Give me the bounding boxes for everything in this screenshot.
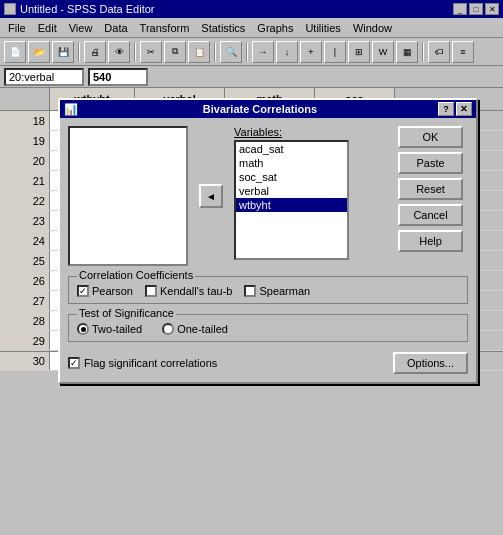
spearman-checkbox-item[interactable]: Spearman: [244, 285, 310, 297]
row-num-header: [0, 88, 50, 110]
correlation-coefficients-group: Correlation Coefficients ✓ Pearson Kenda…: [68, 276, 468, 304]
print-button[interactable]: 🖨: [84, 41, 106, 63]
app-icon: [4, 3, 16, 15]
help-button[interactable]: Help: [398, 230, 463, 252]
window-title: Untitled - SPSS Data Editor: [20, 3, 155, 15]
spearman-label: Spearman: [259, 285, 310, 297]
goto-var-button[interactable]: ↓: [276, 41, 298, 63]
flag-checkbox[interactable]: ✓: [68, 357, 80, 369]
cut-button[interactable]: ✂: [140, 41, 162, 63]
menu-statistics[interactable]: Statistics: [195, 20, 251, 36]
menu-view[interactable]: View: [63, 20, 99, 36]
toolbar: 📄 📂 💾 🖨 👁 ✂ ⧉ 📋 🔍 → ↓ + | ⊞ W ▦ 🏷 ≡: [0, 38, 503, 66]
one-tailed-label: One-tailed: [177, 323, 228, 335]
menu-window[interactable]: Window: [347, 20, 398, 36]
data-grid: wtbyht verbal math aca 18 19 20 21: [0, 88, 503, 458]
var-item-acad-sat[interactable]: acad_sat: [236, 142, 347, 156]
value-labels-button[interactable]: 🏷: [428, 41, 450, 63]
move-arrow-button[interactable]: ◄: [199, 184, 223, 208]
pearson-checkbox-item[interactable]: ✓ Pearson: [77, 285, 133, 297]
reset-button[interactable]: Reset: [398, 178, 463, 200]
insert-case-button[interactable]: +: [300, 41, 322, 63]
dialog-help-icon[interactable]: ?: [438, 102, 454, 116]
significance-group-label: Test of Significance: [77, 307, 176, 319]
print-preview-button[interactable]: 👁: [108, 41, 130, 63]
menu-transform[interactable]: Transform: [134, 20, 196, 36]
bivariate-correlations-dialog: 📊 Bivariate Correlations ? ✕ ◄ Variables…: [58, 98, 478, 384]
select-cases-button[interactable]: ▦: [396, 41, 418, 63]
split-file-button[interactable]: ⊞: [348, 41, 370, 63]
close-button[interactable]: ✕: [485, 3, 499, 15]
minimize-button[interactable]: _: [453, 3, 467, 15]
paste-toolbar-button[interactable]: 📋: [188, 41, 210, 63]
copy-button[interactable]: ⧉: [164, 41, 186, 63]
kendalls-checkbox-item[interactable]: Kendall's tau-b: [145, 285, 232, 297]
spearman-checkbox[interactable]: [244, 285, 256, 297]
var-item-soc-sat[interactable]: soc_sat: [236, 170, 347, 184]
row-num: 30: [0, 352, 50, 370]
menu-edit[interactable]: Edit: [32, 20, 63, 36]
options-button[interactable]: Options...: [393, 352, 468, 374]
weight-cases-button[interactable]: W: [372, 41, 394, 63]
maximize-button[interactable]: □: [469, 3, 483, 15]
row-num: 29: [0, 331, 50, 350]
menu-file[interactable]: File: [2, 20, 32, 36]
kendalls-label: Kendall's tau-b: [160, 285, 232, 297]
paste-button[interactable]: Paste: [398, 152, 463, 174]
var-item-verbal[interactable]: verbal: [236, 184, 347, 198]
two-tailed-radio[interactable]: [77, 323, 89, 335]
dialog-title-icon: 📊: [64, 103, 78, 116]
row-num: 24: [0, 231, 50, 250]
row-num: 22: [0, 191, 50, 210]
row-num: 27: [0, 291, 50, 310]
row-num: 25: [0, 251, 50, 270]
menu-utilities[interactable]: Utilities: [299, 20, 346, 36]
row-num: 20: [0, 151, 50, 170]
dialog-bottom: ✓ Flag significant correlations Options.…: [68, 352, 468, 374]
toolbar-sep-5: [422, 43, 424, 61]
title-bar: Untitled - SPSS Data Editor _ □ ✕: [0, 0, 503, 18]
toolbar-sep-4: [246, 43, 248, 61]
toolbar-sep-3: [214, 43, 216, 61]
open-button[interactable]: 📂: [28, 41, 50, 63]
variables-listbox[interactable]: acad_sat math soc_sat verbal wtbyht: [234, 140, 349, 260]
toolbar-sep-1: [78, 43, 80, 61]
menu-graphs[interactable]: Graphs: [251, 20, 299, 36]
save-button[interactable]: 💾: [52, 41, 74, 63]
var-item-math[interactable]: math: [236, 156, 347, 170]
insert-var-button[interactable]: |: [324, 41, 346, 63]
new-file-button[interactable]: 📄: [4, 41, 26, 63]
use-sets-button[interactable]: ≡: [452, 41, 474, 63]
cell-ref-bar: [0, 66, 503, 88]
cancel-button[interactable]: Cancel: [398, 204, 463, 226]
row-num: 19: [0, 131, 50, 150]
two-tailed-label: Two-tailed: [92, 323, 142, 335]
ok-button[interactable]: OK: [398, 126, 463, 148]
cell-value-input[interactable]: [88, 68, 148, 86]
dialog-title-text: Bivariate Correlations: [203, 103, 317, 115]
pearson-checkbox[interactable]: ✓: [77, 285, 89, 297]
dialog-close-icon[interactable]: ✕: [456, 102, 472, 116]
var-item-wtbyht[interactable]: wtbyht: [236, 198, 347, 212]
menu-bar: File Edit View Data Transform Statistics…: [0, 18, 503, 38]
row-num: 23: [0, 211, 50, 230]
variables-label: Variables:: [234, 126, 390, 138]
source-variables-listbox[interactable]: [68, 126, 188, 266]
toolbar-sep-2: [134, 43, 136, 61]
row-num: 18: [0, 111, 50, 130]
one-tailed-radio[interactable]: [162, 323, 174, 335]
dialog-title-bar: 📊 Bivariate Correlations ? ✕: [60, 100, 476, 118]
correlation-group-label: Correlation Coefficients: [77, 269, 195, 281]
flag-label: Flag significant correlations: [84, 357, 217, 369]
kendalls-checkbox[interactable]: [145, 285, 157, 297]
row-num: 21: [0, 171, 50, 190]
cell-reference-input[interactable]: [4, 68, 84, 86]
two-tailed-radio-item[interactable]: Two-tailed: [77, 323, 142, 335]
menu-data[interactable]: Data: [98, 20, 133, 36]
test-of-significance-group: Test of Significance Two-tailed One-tail…: [68, 314, 468, 342]
row-num: 26: [0, 271, 50, 290]
one-tailed-radio-item[interactable]: One-tailed: [162, 323, 228, 335]
row-num: 28: [0, 311, 50, 330]
find-button[interactable]: 🔍: [220, 41, 242, 63]
goto-case-button[interactable]: →: [252, 41, 274, 63]
